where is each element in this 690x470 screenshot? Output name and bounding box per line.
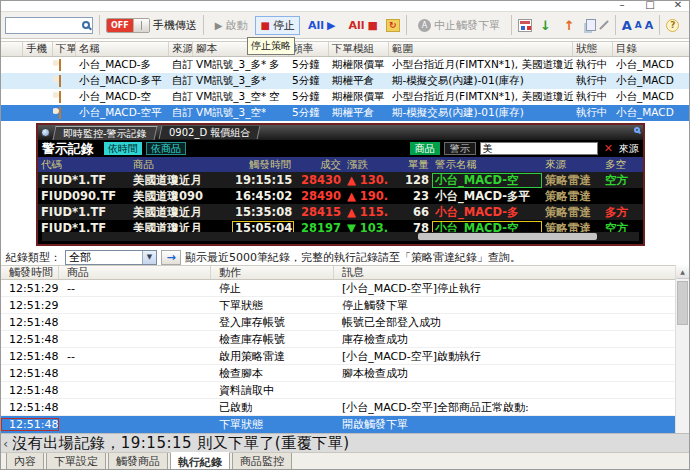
sort-by-product-button[interactable]: 依商品 bbox=[146, 142, 186, 155]
source-cell: 策略雷達 bbox=[542, 173, 602, 188]
strategy-column-header[interactable]: 目錄 bbox=[613, 42, 690, 56]
record-column-header[interactable]: 動作 bbox=[211, 266, 334, 279]
record-row[interactable]: 12:51:29--停止[小台_MACD-空平]停止執行 bbox=[1, 280, 677, 297]
frequency-cell: 5分鐘 bbox=[289, 106, 329, 120]
maximize-button[interactable]: □ bbox=[643, 0, 657, 10]
order-toggle[interactable] bbox=[59, 91, 61, 103]
trigger-time-cell: 12:51:48 bbox=[1, 418, 59, 431]
import-button[interactable]: ↓ bbox=[535, 17, 556, 34]
strategy-column-header[interactable] bbox=[1, 42, 23, 56]
trigger-time-cell: 12:51:48 bbox=[1, 316, 59, 329]
alert-column-header[interactable]: 漲跌 bbox=[344, 158, 398, 172]
alert-column-header[interactable]: 成交 bbox=[294, 158, 344, 172]
order-toggle[interactable] bbox=[59, 75, 61, 87]
sort-by-time-button[interactable]: 依時間 bbox=[104, 142, 142, 155]
alert-row[interactable]: FIUD*1.TF美國道瓊近月15:35:0828415▲ 115.66小台_M… bbox=[38, 204, 643, 220]
start-button[interactable]: ▶ 啟動 bbox=[210, 16, 253, 35]
zoom-icon[interactable] bbox=[634, 127, 640, 133]
toggle-slider[interactable] bbox=[133, 19, 149, 32]
alert-column-header[interactable]: 單量 bbox=[398, 158, 432, 172]
scroll-left-icon[interactable]: ‹ bbox=[3, 436, 8, 451]
record-row[interactable]: 12:51:48資料讀取中 bbox=[1, 382, 677, 399]
alert-row[interactable]: FIUD*1.TF美國道瓊近月19:15:1528430▲ 130.128小台_… bbox=[38, 172, 643, 188]
all-start-button[interactable]: All ▶ bbox=[303, 17, 341, 34]
strategy-column-header[interactable]: 手機 bbox=[23, 42, 53, 56]
font-reset-button[interactable]: A bbox=[645, 19, 654, 32]
close-button[interactable]: ✕ bbox=[671, 0, 685, 10]
record-type-select[interactable]: 全部 ▼ bbox=[65, 250, 157, 265]
strategy-column-header[interactable]: 下單 bbox=[53, 42, 76, 56]
record-column-header[interactable]: 訊息 bbox=[334, 266, 677, 279]
strategy-row[interactable]: 小台_MACD-空自訂VM訊號_3_空*空5分鐘期權限價單小型台指近月(FIMT… bbox=[1, 89, 690, 105]
tab-item[interactable]: 下單設定 bbox=[46, 453, 106, 470]
strategy-column-header[interactable]: 名稱 bbox=[76, 42, 169, 56]
message-cell: [小台_MACD-空平]全部商品正常啟動: bbox=[334, 400, 677, 415]
tab-item[interactable]: 觸發商品 bbox=[108, 453, 168, 470]
record-row[interactable]: 12:51:48檢查腳本腳本檢查成功 bbox=[1, 365, 677, 382]
edit-icon[interactable] bbox=[599, 20, 609, 30]
tab-quote-group[interactable]: 0902_D 報價組合 bbox=[158, 126, 260, 139]
scroll-up-icon[interactable]: ▲ bbox=[676, 265, 689, 279]
phone-send-toggle[interactable]: OFF bbox=[106, 18, 150, 33]
tab-alert-log[interactable]: 即時監控-警示記錄 bbox=[53, 126, 158, 140]
strategy-column-header[interactable]: 頻率 bbox=[289, 42, 329, 56]
alert-column-header[interactable]: 代碼 bbox=[38, 158, 130, 172]
search-icon[interactable] bbox=[82, 21, 90, 29]
order-toggle[interactable] bbox=[59, 59, 61, 71]
divider bbox=[406, 15, 407, 35]
apply-filter-button[interactable]: → bbox=[161, 250, 181, 265]
export-button[interactable]: ↑ bbox=[559, 17, 580, 34]
abort-trigger-button[interactable]: A 中止觸發下單 bbox=[413, 16, 505, 35]
action-cell: 檢查腳本 bbox=[211, 366, 334, 381]
alert-column-header[interactable]: 觸發時間 bbox=[232, 158, 294, 172]
record-column-header[interactable]: 商品 bbox=[59, 266, 211, 279]
tab-active[interactable]: 執行紀錄 bbox=[170, 452, 230, 470]
help-button[interactable]: ? bbox=[666, 19, 679, 32]
alert-filter-button[interactable]: 警示 bbox=[444, 142, 476, 155]
record-row[interactable]: 12:51:48--啟用策略雷達[小台_MACD-空平]啟動執行 bbox=[1, 348, 677, 365]
strategy-column-header[interactable]: 狀態 bbox=[573, 42, 613, 56]
alert-row[interactable]: FIUD090.TF美國道瓊09016:45:0228490▲ 190.23小台… bbox=[38, 188, 643, 204]
chevron-down-icon[interactable]: ▼ bbox=[142, 251, 156, 264]
alert-column-header[interactable]: 多空 bbox=[602, 158, 640, 172]
play-icon: ▶ bbox=[327, 19, 335, 32]
tab-item[interactable]: 內容 bbox=[6, 453, 44, 470]
font-increase-button[interactable]: A bbox=[622, 18, 632, 33]
vertical-scrollbar[interactable]: ▲ bbox=[675, 265, 689, 433]
record-row[interactable]: 12:51:48登入庫存帳號帳號已全部登入成功 bbox=[1, 314, 677, 331]
alert-log-window[interactable]: 即時監控-警示記錄 0902_D 報價組合 警示記錄 依時間 依商品 商品 警示… bbox=[36, 123, 645, 246]
search-input[interactable] bbox=[8, 19, 82, 32]
strategy-row[interactable]: 小台_MACD-空平自訂VM訊號_3_空*5分鐘期權平倉期-模擬交易(內建)-0… bbox=[1, 105, 690, 121]
font-decrease-button[interactable]: A bbox=[635, 20, 642, 30]
scrollbar-thumb[interactable] bbox=[677, 281, 688, 325]
all-stop-button[interactable]: All ■ bbox=[343, 17, 382, 34]
record-column-header[interactable]: 觸發時間 bbox=[1, 266, 59, 279]
record-row[interactable]: 12:51:48下單狀態開啟觸發下單 bbox=[1, 416, 677, 433]
scrollbar-thumb[interactable] bbox=[418, 233, 597, 240]
record-row[interactable]: 12:51:48檢查庫存帳號庫存檢查成功 bbox=[1, 331, 677, 348]
clear-filter-icon[interactable]: ✕ bbox=[602, 142, 615, 155]
stop-icon: ■ bbox=[260, 20, 269, 31]
search-box[interactable] bbox=[5, 17, 93, 34]
strategy-column-header[interactable]: 來源 bbox=[169, 42, 193, 56]
horizontal-scrollbar[interactable] bbox=[42, 232, 639, 241]
order-toggle[interactable] bbox=[59, 107, 61, 119]
minimize-button[interactable]: – bbox=[615, 0, 629, 10]
strategy-column-header[interactable]: 下單模組 bbox=[329, 42, 389, 56]
alert-column-header[interactable]: 來源 bbox=[542, 158, 602, 172]
report-icon[interactable] bbox=[518, 19, 532, 32]
tab-item[interactable]: 商品監控 bbox=[232, 453, 292, 470]
record-row[interactable]: 12:51:29下單狀態停止觸發下單 bbox=[1, 297, 677, 314]
refresh-icon[interactable]: ↻ bbox=[386, 19, 400, 32]
stop-button[interactable]: ■ 停止 bbox=[255, 16, 299, 35]
filter-input[interactable] bbox=[480, 142, 598, 155]
strategy-row[interactable]: 小台_MACD-多自訂VM訊號_3_多*多5分鐘期權限價單小型台指近月(FIMT… bbox=[1, 57, 690, 73]
product-filter-button[interactable]: 商品 bbox=[410, 142, 440, 155]
record-row[interactable]: 12:51:48已啟動[小台_MACD-空平]全部商品正常啟動: bbox=[1, 399, 677, 416]
alert-column-header[interactable]: 警示名稱 bbox=[432, 158, 542, 172]
alert-column-header[interactable]: 商品 bbox=[130, 158, 232, 172]
copy-icon[interactable] bbox=[586, 19, 596, 31]
window-menu-button[interactable] bbox=[41, 128, 50, 137]
strategy-column-header[interactable]: 範圍 bbox=[389, 42, 573, 56]
strategy-row[interactable]: 小台_MACD-多平自訂VM訊號_3_多*5分鐘期權平倉期-模擬交易(內建)-0… bbox=[1, 73, 690, 89]
